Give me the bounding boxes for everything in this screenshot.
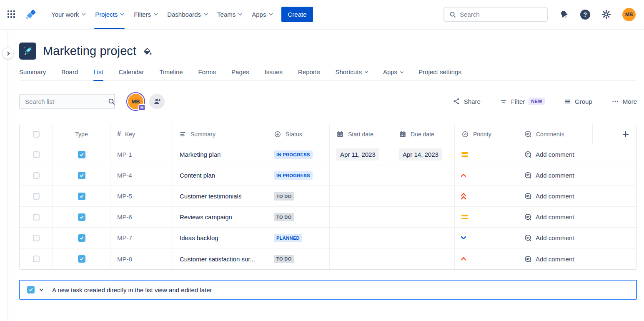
status-badge[interactable]: TO DO <box>274 255 294 263</box>
column-start-date[interactable]: Start date <box>330 124 392 144</box>
issue-type-cell[interactable] <box>53 186 110 207</box>
add-column-button[interactable] <box>593 124 636 144</box>
more-button[interactable]: More <box>611 98 637 105</box>
global-search-input[interactable] <box>460 11 542 18</box>
issue-key[interactable]: MP-7 <box>117 234 132 241</box>
list-search[interactable] <box>19 94 115 109</box>
priority-icon[interactable] <box>461 207 468 227</box>
chevron-down-icon[interactable] <box>40 287 44 291</box>
nav-dashboards[interactable]: Dashboards <box>162 0 212 29</box>
list-search-input[interactable] <box>25 98 108 105</box>
tab-summary[interactable]: Summary <box>19 68 46 80</box>
status-badge[interactable]: TO DO <box>274 213 294 221</box>
issue-type-cell[interactable] <box>53 165 110 186</box>
add-comment-button[interactable]: Add comment <box>517 228 636 248</box>
issue-type-cell[interactable] <box>53 228 110 248</box>
filter-button[interactable]: Filter NEW <box>500 98 545 105</box>
nav-apps[interactable]: Apps <box>247 0 277 29</box>
column-type[interactable]: Type <box>53 124 110 144</box>
issue-type-cell[interactable] <box>53 207 110 228</box>
issue-summary[interactable]: Marketing plan <box>180 151 221 158</box>
new-task-text[interactable]: A new task created directly in the list … <box>52 286 212 293</box>
tab-shortcuts[interactable]: Shortcuts <box>336 68 368 80</box>
nav-projects[interactable]: Projects <box>90 0 129 29</box>
row-checkbox[interactable] <box>33 172 40 179</box>
tab-apps[interactable]: Apps <box>383 68 403 80</box>
tab-reports[interactable]: Reports <box>298 68 320 80</box>
tab-list[interactable]: List <box>93 68 103 80</box>
create-button[interactable]: Create <box>281 7 313 22</box>
help-icon[interactable]: ? <box>580 10 590 20</box>
issue-summary[interactable]: Content plan <box>180 172 215 179</box>
priority-icon[interactable] <box>461 144 468 165</box>
issue-key[interactable]: MP-4 <box>117 172 132 179</box>
expand-sidebar-button[interactable] <box>2 48 14 59</box>
status-badge[interactable]: IN PROGRESS <box>274 150 313 159</box>
tab-project-settings[interactable]: Project settings <box>418 68 461 80</box>
status-badge[interactable]: TO DO <box>274 192 294 201</box>
row-checkbox[interactable] <box>33 214 40 221</box>
nav-teams[interactable]: Teams <box>212 0 247 29</box>
nav-your-work[interactable]: Your work <box>46 0 90 29</box>
due-date-value[interactable]: Apr 14, 2023 <box>399 148 442 160</box>
issue-key[interactable]: MP-6 <box>117 213 132 221</box>
tab-timeline[interactable]: Timeline <box>159 68 183 80</box>
app-switcher-icon[interactable] <box>8 10 16 19</box>
tab-calendar[interactable]: Calendar <box>119 68 144 80</box>
column-status[interactable]: Status <box>267 124 330 144</box>
priority-icon[interactable] <box>461 186 466 206</box>
assignee-avatar-filter[interactable]: MB M <box>126 92 145 111</box>
row-checkbox[interactable] <box>33 151 40 158</box>
group-icon <box>564 98 571 105</box>
add-comment-button[interactable]: Add comment <box>517 186 636 207</box>
select-all-checkbox[interactable] <box>33 131 40 138</box>
global-search[interactable] <box>444 7 548 22</box>
status-badge[interactable]: PLANNED <box>274 234 302 242</box>
new-task-composer[interactable]: A new task created directly in the list … <box>19 280 637 300</box>
row-checkbox[interactable] <box>33 235 40 241</box>
issue-key[interactable]: MP-5 <box>117 193 132 200</box>
tab-issues[interactable]: Issues <box>265 68 283 80</box>
task-type-icon[interactable] <box>27 286 35 293</box>
issue-type-cell[interactable] <box>53 248 110 269</box>
issue-summary[interactable]: Ideas backlog <box>180 234 218 241</box>
priority-icon[interactable] <box>461 248 466 269</box>
tab-pages[interactable]: Pages <box>231 68 249 80</box>
add-comment-button[interactable]: Add comment <box>517 165 636 186</box>
column-key[interactable]: #Key <box>110 124 173 144</box>
issue-type-cell[interactable] <box>53 144 110 165</box>
row-checkbox[interactable] <box>33 256 40 262</box>
issue-summary[interactable]: Customer testimonials <box>180 193 241 200</box>
settings-gear-icon[interactable] <box>601 10 611 19</box>
add-people-button[interactable] <box>149 94 165 109</box>
group-button[interactable]: Group <box>564 98 592 105</box>
user-avatar[interactable]: MB <box>622 8 636 21</box>
column-comments[interactable]: Comments <box>517 124 593 144</box>
new-feature-badge: NEW <box>529 98 545 105</box>
add-comment-button[interactable]: Add comment <box>517 248 636 269</box>
column-summary[interactable]: Summary <box>173 124 267 144</box>
issue-summary[interactable]: Customer satisfaction sur... <box>180 256 255 263</box>
add-comment-button[interactable]: Add comment <box>517 207 636 228</box>
column-priority[interactable]: Priority <box>455 124 517 144</box>
status-badge[interactable]: IN PROGRESS <box>274 171 313 180</box>
jira-logo-icon[interactable] <box>25 9 36 20</box>
priority-icon[interactable] <box>461 165 466 186</box>
issue-key[interactable]: MP-8 <box>117 256 132 263</box>
issue-key[interactable]: MP-1 <box>117 151 132 158</box>
column-due-date[interactable]: Due date <box>392 124 455 144</box>
start-date-value[interactable]: Apr 11, 2023 <box>336 148 379 160</box>
row-checkbox[interactable] <box>33 193 40 200</box>
paint-bucket-icon[interactable] <box>143 47 152 56</box>
notifications-bell-icon[interactable] <box>559 10 569 19</box>
tab-board[interactable]: Board <box>61 68 78 80</box>
task-type-icon <box>78 234 85 242</box>
tab-forms[interactable]: Forms <box>198 68 216 80</box>
nav-filters[interactable]: Filters <box>129 0 162 29</box>
priority-icon[interactable] <box>461 228 466 248</box>
issue-summary[interactable]: Reviews campaign <box>180 213 232 221</box>
share-icon <box>453 98 460 105</box>
share-button[interactable]: Share <box>453 98 481 105</box>
sidebar-rail-divider <box>8 30 8 321</box>
add-comment-button[interactable]: Add comment <box>517 144 636 165</box>
